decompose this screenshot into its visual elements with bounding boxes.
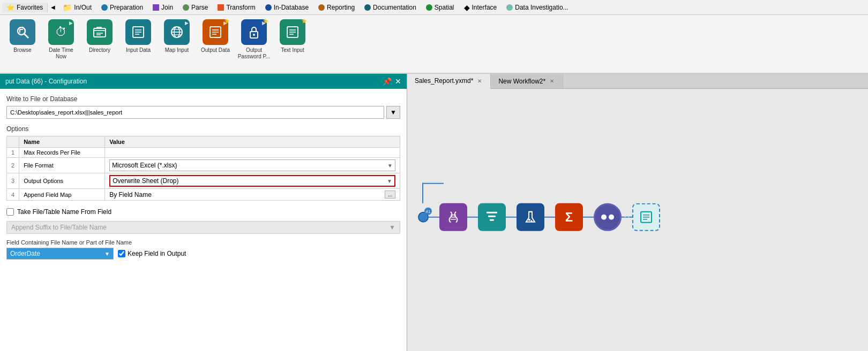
tool-outputpwd[interactable]: ▶ ★ OutputPassword P... [236, 17, 272, 62]
file-format-select[interactable]: Microsoft Excel (*.xlsx) ▼ [109, 159, 395, 171]
file-input-row: ▼ [6, 106, 400, 119]
tab-sales-close[interactable]: ✕ [476, 78, 483, 84]
reporting-label: Reporting [327, 4, 355, 11]
svg-point-35 [601, 215, 607, 220]
file-path-input[interactable] [6, 106, 384, 119]
append-field-map-button[interactable]: ... [385, 190, 395, 199]
menu-preparation[interactable]: Preparation [97, 0, 147, 14]
row-value-3: Overwrite Sheet (Drop) ▼ [105, 173, 400, 189]
row-value-2: Microsoft Excel (*.xlsx) ▼ [105, 158, 400, 173]
take-file-label: Take File/Table Name From Field [17, 208, 111, 216]
pin-icon[interactable]: 📌 [383, 77, 392, 86]
join-label: Join [161, 4, 173, 11]
table-row: 3 Output Options Overwrite Sheet (Drop) … [7, 173, 400, 189]
keep-field-checkbox[interactable] [118, 250, 125, 257]
output-options-arrow-icon: ▼ [387, 178, 392, 184]
tool-inputdata[interactable]: Input Data [120, 17, 156, 56]
tool-directory[interactable]: Directory [81, 17, 118, 56]
tool-textinput[interactable]: ★ Text Input [274, 17, 311, 56]
append-suffix-dropdown: Append Suffix to File/Table Name ▼ [6, 221, 400, 234]
favorites-button[interactable]: ⭐ Favorites [2, 3, 48, 12]
connector-5 [583, 217, 594, 218]
close-icon[interactable]: ✕ [395, 77, 401, 86]
menu-datainvestigation[interactable]: Data Investigatio... [502, 0, 572, 14]
indatabase-icon [265, 4, 272, 11]
textinput-icon: ★ [280, 19, 305, 45]
append-suffix-label: Append Suffix to File/Table Name [11, 224, 107, 231]
mapinput-icon: ▶ [164, 19, 190, 45]
options-label: Options [6, 125, 400, 133]
right-panel: Sales_Report.yxmd* ✕ New Workflow2* ✕ #1 [407, 74, 868, 351]
branch-line-horizontal [422, 183, 444, 184]
nav-back-button[interactable]: ◀ [49, 3, 57, 11]
svg-rect-4 [94, 28, 106, 37]
connector-6 [622, 217, 632, 218]
node-output[interactable] [632, 203, 660, 231]
datetime-icon: ⏱ ▶ [48, 19, 74, 45]
node-purple[interactable] [439, 203, 467, 231]
menu-inout[interactable]: 📁 In/Out [58, 0, 96, 14]
documentation-label: Documentation [373, 4, 416, 11]
transform-label: Transform [226, 4, 255, 11]
panel-title: put Data (66) - Configuration [5, 78, 87, 85]
svg-point-33 [528, 219, 530, 221]
main-area: put Data (66) - Configuration 📌 ✕ Write … [0, 74, 868, 351]
inputdata-label: Input Data [126, 47, 151, 54]
reporting-icon [318, 4, 325, 11]
interface-label: Interface [472, 4, 497, 11]
row-num-1: 1 [7, 148, 19, 158]
menu-bar: ⭐ Favorites ◀ 📁 In/Out Preparation Join … [0, 0, 868, 15]
table-row: 2 File Format Microsoft Excel (*.xlsx) ▼ [7, 158, 400, 173]
datainvestigation-icon [506, 4, 513, 11]
menu-documentation[interactable]: Documentation [360, 0, 421, 14]
tool-datetime[interactable]: ⏱ ▶ Date Time Now [43, 17, 79, 62]
star-icon: ⭐ [6, 4, 14, 11]
options-table: Name Value 1 Max Records Per File 2 File… [6, 136, 400, 201]
panel-header-icons: 📌 ✕ [383, 77, 401, 86]
row-name-3: Output Options [19, 173, 105, 189]
tab-workflow2[interactable]: New Workflow2* ✕ [491, 74, 563, 88]
node-gray[interactable] [594, 203, 622, 231]
keep-field-label: Keep Field in Output [128, 250, 186, 257]
output-options-select[interactable]: Overwrite Sheet (Drop) ▼ [109, 175, 395, 187]
take-file-checkbox[interactable] [6, 208, 14, 216]
node-red[interactable]: Σ [555, 203, 583, 231]
row-num-4: 4 [7, 189, 19, 201]
start-badge: #1 [424, 208, 432, 215]
field-containing-value: OrderDate [10, 250, 40, 257]
tool-outputdata[interactable]: ▶ ★ Output Data [197, 17, 234, 56]
tab-workflow2-close[interactable]: ✕ [549, 78, 555, 84]
indatabase-label: In-Database [274, 4, 309, 11]
mapinput-label: Map Input [165, 47, 189, 54]
field-containing-label: Field Containing File Name or Part of Fi… [6, 239, 400, 246]
panel-header-title: put Data (66) - Configuration [5, 78, 87, 85]
menu-transform[interactable]: Transform [213, 0, 259, 14]
preparation-icon [101, 4, 108, 11]
menu-reporting[interactable]: Reporting [314, 0, 359, 14]
tab-sales[interactable]: Sales_Report.yxmd* ✕ [407, 74, 491, 89]
datainvestigation-label: Data Investigatio... [515, 4, 568, 11]
menu-interface[interactable]: ◆ Interface [460, 0, 502, 14]
tool-browse[interactable]: Browse [4, 17, 41, 56]
directory-label: Directory [89, 47, 110, 54]
file-format-value: Microsoft Excel (*.xlsx) [112, 162, 177, 169]
menu-parse[interactable]: Parse [178, 0, 212, 14]
node-teal[interactable] [478, 203, 506, 231]
menu-join[interactable]: Join [148, 0, 177, 14]
menu-indatabase[interactable]: In-Database [261, 0, 313, 14]
node-blue[interactable] [517, 203, 544, 231]
table-row: 1 Max Records Per File [7, 148, 400, 158]
menu-spatial[interactable]: Spatial [422, 0, 459, 14]
field-containing-select[interactable]: OrderDate ▼ [6, 248, 114, 260]
inputdata-icon [125, 19, 151, 45]
file-dropdown-button[interactable]: ▼ [386, 106, 400, 119]
join-icon [153, 4, 159, 11]
datetime-label: Date Time Now [49, 47, 73, 60]
browse-label: Browse [13, 47, 31, 54]
col-name-header: Name [19, 136, 105, 148]
tool-mapinput[interactable]: ▶ Map Input [159, 17, 195, 56]
tab-bar: Sales_Report.yxmd* ✕ New Workflow2* ✕ [407, 74, 868, 89]
append-suffix-arrow-icon: ▼ [389, 224, 395, 231]
tab-sales-label: Sales_Report.yxmd* [415, 77, 473, 85]
svg-point-36 [609, 215, 614, 220]
